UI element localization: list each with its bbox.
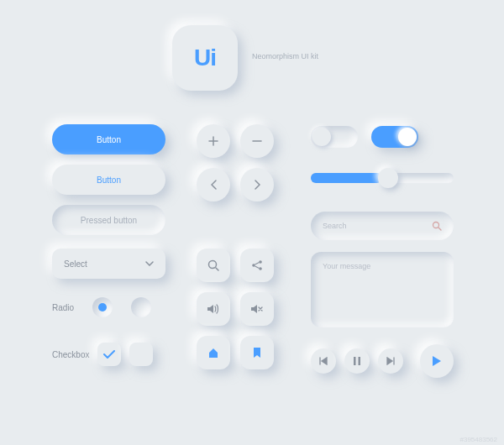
- message-textarea[interactable]: Your message: [311, 252, 454, 327]
- svg-point-4: [433, 222, 439, 228]
- mute-button[interactable]: [240, 292, 274, 326]
- toggle-knob: [312, 128, 331, 146]
- home-button[interactable]: [197, 336, 230, 369]
- toggle-off[interactable]: [311, 126, 358, 148]
- minus-button[interactable]: [240, 124, 274, 158]
- svg-point-3: [259, 267, 262, 270]
- chevron-right-icon: [255, 180, 260, 190]
- svg-point-0: [209, 261, 217, 269]
- svg-rect-6: [359, 357, 361, 365]
- share-icon: [251, 259, 263, 271]
- plus-button[interactable]: [197, 124, 230, 158]
- kit-subtitle: Neomorphism UI kit: [252, 52, 318, 60]
- primary-button[interactable]: Button: [52, 124, 165, 154]
- skip-forward-icon: [386, 357, 395, 365]
- slider-fill: [311, 173, 382, 183]
- toggle-on[interactable]: [371, 126, 418, 148]
- svg-rect-5: [354, 357, 356, 365]
- checkbox-checked[interactable]: [97, 343, 121, 366]
- select-dropdown[interactable]: Select: [52, 249, 165, 279]
- chevron-down-icon: [145, 261, 154, 266]
- svg-point-1: [252, 264, 255, 267]
- checkbox-unchecked[interactable]: [129, 343, 153, 366]
- svg-point-2: [259, 260, 262, 264]
- chevron-left-icon: [211, 180, 217, 190]
- play-button[interactable]: [420, 344, 454, 378]
- pressed-button-label: Pressed button: [81, 216, 137, 225]
- radio-option-1[interactable]: [92, 297, 113, 317]
- search-icon: [432, 221, 442, 231]
- primary-button-label: Button: [97, 135, 121, 144]
- logo-card: Ui: [172, 25, 238, 91]
- volume-icon: [207, 303, 220, 315]
- slider[interactable]: [311, 173, 454, 183]
- next-button[interactable]: [240, 168, 274, 202]
- volume-button[interactable]: [197, 292, 230, 326]
- select-label: Select: [64, 259, 87, 269]
- radio-dot-icon: [98, 303, 107, 312]
- share-button[interactable]: [240, 249, 274, 282]
- play-icon: [432, 355, 442, 367]
- check-icon: [103, 350, 115, 359]
- mute-icon: [250, 303, 264, 315]
- radio-option-2[interactable]: [131, 297, 151, 317]
- search-placeholder: Search: [323, 222, 347, 230]
- search-input[interactable]: Search: [311, 212, 454, 240]
- pause-button[interactable]: [344, 348, 370, 374]
- checkbox-label: Checkbox: [52, 350, 89, 359]
- toggle-knob: [398, 128, 417, 146]
- slider-knob[interactable]: [378, 168, 398, 188]
- home-icon: [207, 347, 219, 359]
- pressed-button[interactable]: Pressed button: [52, 205, 165, 235]
- pause-icon: [354, 357, 360, 365]
- message-placeholder: Your message: [323, 262, 370, 270]
- search-icon: [207, 259, 219, 271]
- bookmark-button[interactable]: [240, 336, 274, 369]
- radio-label: Radio: [52, 303, 74, 312]
- plus-icon: [208, 136, 218, 146]
- skip-forward-button[interactable]: [378, 348, 403, 374]
- secondary-button[interactable]: Button: [52, 165, 165, 195]
- skip-back-button[interactable]: [311, 348, 336, 374]
- secondary-button-label: Button: [97, 175, 121, 185]
- skip-back-icon: [319, 357, 328, 365]
- minus-icon: [252, 140, 262, 142]
- search-button[interactable]: [197, 249, 230, 282]
- logo-text: Ui: [194, 44, 216, 71]
- bookmark-icon: [253, 347, 261, 359]
- watermark: #395483562: [460, 436, 498, 443]
- prev-button[interactable]: [197, 168, 230, 202]
